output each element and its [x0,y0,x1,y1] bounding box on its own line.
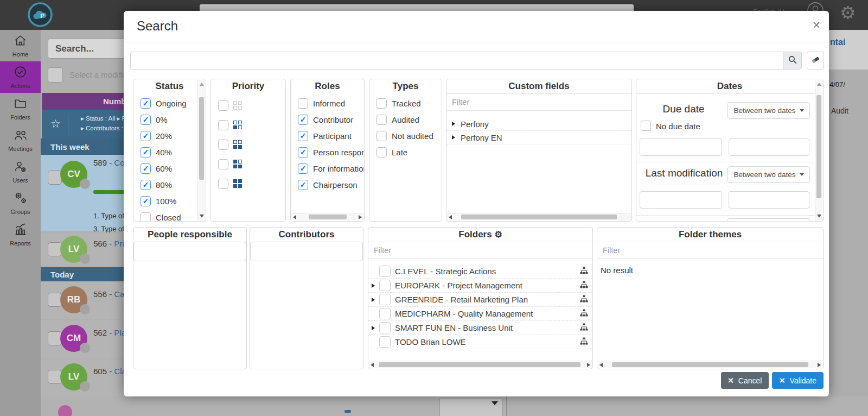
sidebar-item-home[interactable]: Home [0,30,41,61]
scroll-thumb[interactable] [461,215,617,219]
role-option-chairperson[interactable]: Chairperson [291,177,364,193]
status-option-closed[interactable]: Closed [133,209,206,222]
checkbox[interactable] [141,212,151,222]
checkbox[interactable] [379,294,391,305]
search-button[interactable] [783,52,802,70]
checkbox[interactable] [218,100,228,111]
scroll-thumb[interactable] [379,362,580,367]
status-option-80[interactable]: 80% [133,177,206,193]
sitemap-icon[interactable] [580,267,588,276]
vertical-scrollbar[interactable] [197,80,205,220]
checkbox[interactable] [376,115,387,125]
sidebar-item-reports[interactable]: Reports [0,219,41,250]
checkbox[interactable] [141,163,151,174]
due-date-from-input[interactable] [640,138,722,156]
folder-item[interactable]: TODO Brian LOWE [368,335,592,349]
role-option-contributor[interactable]: Contributor [291,111,364,128]
folders-filter-input[interactable] [368,242,592,259]
validate-button[interactable]: Validate [772,372,824,389]
checkbox[interactable] [218,120,228,130]
scroll-thumb[interactable] [309,215,347,219]
checkbox[interactable] [379,280,391,291]
checkbox[interactable] [298,131,308,141]
status-option-100[interactable]: 100% [133,193,206,209]
last-modification-to-input[interactable] [729,191,809,209]
role-option-person-responsible[interactable]: Person respons [291,144,364,160]
sitemap-icon[interactable] [580,281,588,290]
checkbox[interactable] [376,98,387,109]
custom-field-item[interactable]: Perfony EN [446,131,631,144]
checkbox[interactable] [298,147,308,157]
no-due-date-checkbox[interactable] [641,121,651,131]
status-option-20[interactable]: 20% [133,128,206,144]
sitemap-icon[interactable] [580,295,588,304]
checkbox[interactable] [141,180,151,190]
checkbox[interactable] [376,147,387,157]
scroll-up-icon[interactable] [817,83,821,86]
contributors-input[interactable] [250,242,363,261]
custom-field-item[interactable]: Perfony [446,117,631,131]
expand-arrow-icon[interactable] [372,326,375,330]
checkbox[interactable] [141,98,151,109]
scroll-right-icon[interactable] [818,363,821,367]
horizontal-scrollbar[interactable] [598,361,822,368]
sitemap-icon[interactable] [580,323,588,332]
priority-option-2[interactable] [211,135,285,154]
due-date-range-select[interactable]: Between two dates [727,102,810,119]
checkbox[interactable] [379,322,391,333]
scroll-left-icon[interactable] [599,363,603,367]
type-option-late[interactable]: Late [369,144,442,160]
sitemap-icon[interactable] [580,309,588,318]
scroll-thumb[interactable] [816,95,821,198]
role-option-participant[interactable]: Participant [291,128,364,144]
sidebar-item-groups[interactable]: Groups [0,187,41,219]
sidebar-item-users[interactable]: Users [0,156,41,187]
priority-option-0[interactable] [211,96,285,115]
sidebar-item-folders[interactable]: Folders [0,93,41,124]
folder-item[interactable]: SMART FUN EN - Business Unit [368,321,592,335]
scroll-left-icon[interactable] [293,215,296,219]
last-modification-from-input[interactable] [640,191,722,209]
scroll-thumb[interactable] [612,362,808,367]
cancel-button[interactable]: Cancel [721,372,769,389]
priority-option-1[interactable] [211,115,285,135]
sidebar-item-meetings[interactable]: Meetings [0,124,41,156]
checkbox[interactable] [379,336,391,348]
checkbox[interactable] [379,308,391,319]
settings-gear-icon[interactable]: ⚙ [840,2,856,23]
type-option-audited[interactable]: Audited [369,111,442,128]
sitemap-icon[interactable] [580,337,588,346]
status-option-ongoing[interactable]: Ongoing [133,95,206,111]
checkbox[interactable] [298,115,308,125]
last-modification-range-select[interactable]: Between two dates [727,166,810,183]
scroll-right-icon[interactable] [587,363,590,367]
custom-fields-filter-input[interactable] [446,94,631,111]
scroll-up-icon[interactable] [200,83,204,86]
folder-item[interactable]: C.LEVEL - Strategic Actions [368,264,592,279]
modal-search-input[interactable] [130,52,783,70]
checkbox[interactable] [141,131,151,141]
scroll-down-icon[interactable] [200,215,204,218]
people-responsible-input[interactable] [133,242,246,261]
folders-settings-gear-icon[interactable]: ⚙ [494,230,502,239]
bg-modification-checkbox[interactable] [48,67,63,83]
clear-search-button[interactable] [807,52,824,70]
scroll-thumb[interactable] [199,97,204,180]
checkbox[interactable] [141,196,151,206]
folder-themes-filter-input[interactable] [597,242,823,259]
expand-arrow-icon[interactable] [452,122,455,126]
folder-item[interactable]: GREENRIDE - Retail Marketing Plan [368,293,592,307]
horizontal-scrollbar[interactable] [369,361,592,368]
vertical-scrollbar[interactable] [815,80,822,220]
scroll-right-icon[interactable] [359,215,362,219]
folder-item[interactable]: MEDICPHARM - Quality Management [368,307,592,321]
checkbox[interactable] [218,140,228,150]
checkbox[interactable] [379,266,391,277]
status-option-0[interactable]: 0% [133,111,206,128]
scroll-left-icon[interactable] [449,215,452,219]
role-option-informed[interactable]: Informed [291,95,364,111]
app-logo-icon[interactable]: P [27,2,53,30]
status-option-60[interactable]: 60% [133,160,206,177]
checkbox[interactable] [141,115,151,125]
close-icon[interactable]: × [813,18,820,31]
